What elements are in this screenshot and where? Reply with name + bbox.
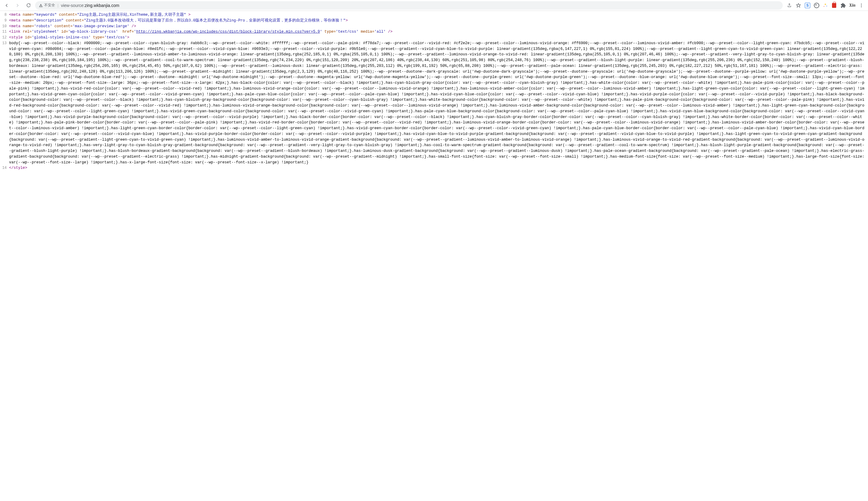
security-label: 不安全 [44,3,55,8]
kebab-icon [859,3,864,8]
line-code[interactable]: <meta name="keywords" content="Zing主题,Zi… [9,12,868,18]
source-line: 13 body{--wp--preset--color--black: #000… [0,41,868,166]
line-number: 13 [0,41,9,46]
share-icon [787,3,792,8]
browser-toolbar: 不安全 | view-source:zing.wkbanjia.com S Xi… [0,0,868,11]
line-code[interactable]: <meta name="description" content="Zing主题… [9,18,868,24]
extension-circle[interactable] [814,2,820,9]
site-security-indicator[interactable]: 不安全 [39,3,55,8]
line-code[interactable]: </style> [9,165,868,171]
extensions-button[interactable] [840,2,846,9]
xin-logo-icon: Xin [849,3,856,8]
bag-icon [832,3,836,8]
line-number: 11 [0,29,9,34]
extension-shopping[interactable] [831,2,837,9]
arrow-left-icon [4,3,9,8]
line-number: 8 [0,12,9,18]
star-icon [796,3,801,8]
source-line: 12 <style id='global-styles-inline-css' … [0,35,868,41]
share-button[interactable] [786,2,792,9]
arrow-right-icon [15,3,20,8]
menu-button[interactable] [858,2,864,9]
source-line: 8 <meta name="keywords" content="Zing主题,… [0,12,868,18]
svg-point-1 [861,5,862,6]
line-number: 10 [0,24,9,29]
forward-button[interactable] [13,1,22,10]
extension-sparkle[interactable] [823,3,828,8]
line-code[interactable]: <style id='global-styles-inline-css' typ… [9,35,868,41]
extension-xin[interactable]: Xin [849,2,855,9]
back-button[interactable] [2,1,11,10]
svg-point-2 [861,6,862,7]
toolbar-actions: S Xin [785,2,866,9]
stylesheet-link[interactable]: http://zing.wkbanjia.com/wp-includes/css… [136,30,320,34]
puzzle-icon [840,3,846,8]
line-code[interactable]: body{--wp--preset--color--black: #000000… [9,41,868,166]
bookmark-button[interactable] [795,2,802,9]
source-line: 11 <link rel='stylesheet' id='wp-block-l… [0,29,868,35]
source-line: 9 <meta name="description" content="Zing… [0,18,868,24]
extension-s[interactable]: S [804,2,811,9]
source-line: 10 <meta name='robots' content='max-imag… [0,24,868,29]
line-code[interactable]: <meta name='robots' content='max-image-p… [9,24,868,29]
s-badge-icon: S [805,3,810,8]
address-bar[interactable]: 不安全 | view-source:zing.wkbanjia.com [35,1,783,10]
line-number: 9 [0,18,9,23]
svg-point-0 [861,4,862,4]
circle-icon [814,3,819,8]
source-line: 14 </style> [0,165,868,171]
sparkle-icon [823,3,828,8]
source-code-view: 8 <meta name="keywords" content="Zing主题,… [0,11,868,172]
line-number: 12 [0,35,9,40]
reload-button[interactable] [24,1,33,10]
url-text: view-source:zing.wkbanjia.com [61,3,119,8]
warning-triangle-icon [39,3,43,8]
reload-icon [26,3,31,8]
line-number: 14 [0,165,9,171]
line-code[interactable]: <link rel='stylesheet' id='wp-block-libr… [9,29,868,35]
